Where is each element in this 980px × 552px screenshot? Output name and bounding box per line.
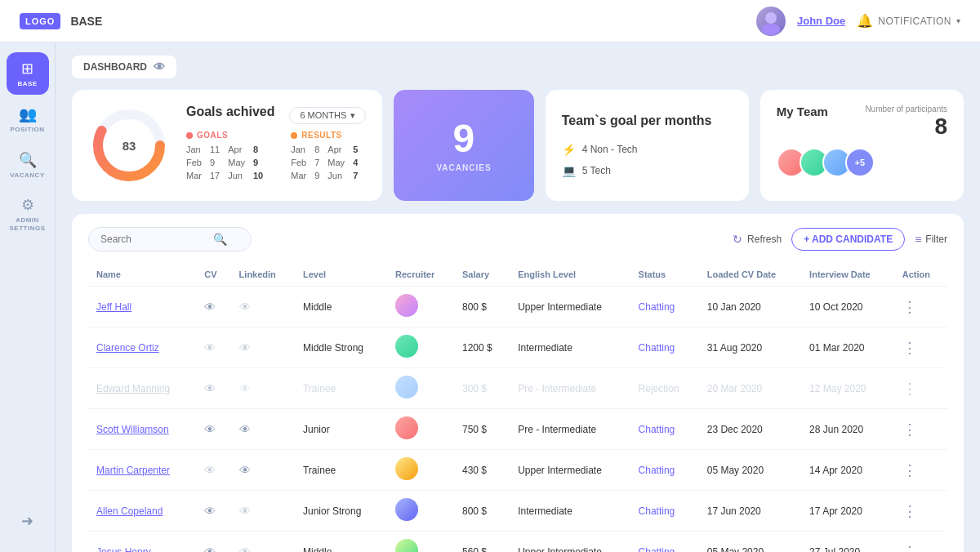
linkedin-eye-icon[interactable]: 👁 bbox=[239, 464, 251, 477]
cv-eye-dim-icon[interactable]: 👁 bbox=[204, 341, 216, 354]
table-row: Allen Copeland 👁 👁 Junior Strong 800 $ I… bbox=[88, 491, 947, 532]
logout-icon: ➜ bbox=[21, 512, 33, 530]
dashboard-tab[interactable]: DASHBOARD 👁 bbox=[72, 56, 176, 78]
action-menu-icon[interactable]: ⋮ bbox=[902, 421, 918, 438]
col-linkedin: Linkedin bbox=[231, 263, 295, 287]
cell-cv: 👁 bbox=[196, 491, 230, 532]
donut-percent: 83 bbox=[122, 139, 136, 153]
vacancy-card[interactable]: 9 VACANCIES bbox=[394, 90, 533, 201]
cell-interview-date: 27 Jul 2020 bbox=[801, 532, 894, 553]
period-button[interactable]: 6 MONTHS ▾ bbox=[289, 107, 366, 124]
cell-recruiter bbox=[387, 532, 454, 553]
cell-cv: 👁 bbox=[196, 287, 230, 327]
candidate-name-link[interactable]: Clarence Ortiz bbox=[96, 342, 159, 354]
add-candidate-button[interactable]: + ADD CANDIDATE bbox=[791, 228, 905, 251]
cell-cv: 👁 bbox=[196, 368, 230, 409]
avatar-plus: +5 bbox=[845, 148, 875, 177]
cell-recruiter bbox=[387, 368, 454, 409]
cell-action: ⋮ bbox=[894, 491, 947, 532]
sidebar-item-logout[interactable]: ➜ bbox=[7, 500, 49, 542]
candidate-name-link[interactable]: Jeff Hall bbox=[96, 301, 131, 313]
linkedin-eye-dim-icon[interactable]: 👁 bbox=[239, 545, 251, 553]
action-menu-icon[interactable]: ⋮ bbox=[902, 340, 918, 356]
candidate-name-link[interactable]: Jesus Henry bbox=[96, 546, 151, 553]
avatar bbox=[756, 7, 786, 36]
nontech-icon: ⚡ bbox=[562, 143, 576, 156]
cell-level: Middle bbox=[295, 532, 387, 553]
candidate-name-link[interactable]: Scott Williamson bbox=[96, 424, 169, 435]
col-english: English Level bbox=[510, 263, 630, 287]
cell-loaded-date: 05 May 2020 bbox=[699, 450, 801, 491]
top-nav-right: John Doe 🔔 NOTIFICATION ▾ bbox=[756, 7, 960, 36]
linkedin-eye-icon[interactable]: 👁 bbox=[239, 423, 251, 436]
tech-icon: 💻 bbox=[562, 164, 576, 177]
sidebar-item-vacancy[interactable]: 🔍 VACANCY bbox=[7, 144, 49, 186]
search-input[interactable] bbox=[100, 234, 207, 245]
nav-title: BASE bbox=[70, 15, 102, 28]
action-menu-icon[interactable]: ⋮ bbox=[902, 544, 918, 553]
cell-level: Junior Strong bbox=[295, 491, 387, 532]
user-name[interactable]: John Doe bbox=[797, 15, 845, 27]
linkedin-eye-dim-icon[interactable]: 👁 bbox=[239, 341, 251, 354]
filter-button[interactable]: ≡ Filter bbox=[915, 233, 947, 246]
linkedin-eye-dim-icon[interactable]: 👁 bbox=[239, 382, 251, 395]
cell-loaded-date: 17 Jun 2020 bbox=[699, 491, 801, 532]
goals-card: 83 Goals achived 6 MONTHS ▾ bbox=[72, 90, 382, 201]
cell-loaded-date: 31 Aug 2020 bbox=[699, 327, 801, 368]
cell-status: Chatting bbox=[630, 532, 699, 553]
cell-salary: 750 $ bbox=[454, 409, 510, 450]
table-area: 🔍 ↻ Refresh + ADD CANDIDATE ≡ Filter bbox=[72, 214, 964, 552]
refresh-label: Refresh bbox=[747, 234, 782, 245]
cv-eye-dim-icon[interactable]: 👁 bbox=[204, 464, 216, 477]
cell-status: Chatting bbox=[630, 327, 699, 368]
stats-row: 83 Goals achived 6 MONTHS ▾ bbox=[72, 90, 964, 201]
action-menu-icon[interactable]: ⋮ bbox=[902, 299, 918, 315]
search-box[interactable]: 🔍 bbox=[88, 227, 252, 252]
col-recruiter: Recruiter bbox=[387, 263, 454, 287]
linkedin-eye-dim-icon[interactable]: 👁 bbox=[239, 505, 251, 518]
cell-name: Edward Manning bbox=[88, 368, 196, 409]
sidebar-item-position[interactable]: 👥 POSITION bbox=[7, 98, 49, 140]
cell-name: Allen Copeland bbox=[88, 491, 196, 532]
results-dot bbox=[291, 132, 297, 139]
chevron-icon: ▾ bbox=[350, 110, 355, 121]
cell-name: Jeff Hall bbox=[88, 287, 196, 327]
cell-english: Upper Intermediate bbox=[510, 532, 630, 553]
cell-interview-date: 14 Apr 2020 bbox=[801, 450, 894, 491]
cell-loaded-date: 23 Dec 2020 bbox=[699, 409, 801, 450]
refresh-button[interactable]: ↻ Refresh bbox=[733, 233, 782, 246]
cell-name: Jesus Henry bbox=[88, 532, 196, 553]
action-menu-icon[interactable]: ⋮ bbox=[902, 381, 918, 397]
sidebar-item-base[interactable]: ⊞ BASE bbox=[7, 52, 49, 95]
sidebar-item-admin[interactable]: ⚙ ADMINSETTINGS bbox=[7, 189, 49, 238]
candidate-name-link[interactable]: Martin Carpenter bbox=[96, 465, 170, 476]
top-nav: LOGO BASE John Doe 🔔 NOTIFICATION ▾ bbox=[0, 0, 980, 42]
notification-area[interactable]: 🔔 NOTIFICATION ▾ bbox=[857, 13, 960, 29]
cv-eye-icon[interactable]: 👁 bbox=[204, 300, 216, 314]
cell-status: Chatting bbox=[630, 450, 699, 491]
col-salary: Salary bbox=[454, 263, 510, 287]
sidebar-label-position: POSITION bbox=[10, 126, 44, 133]
action-menu-icon[interactable]: ⋮ bbox=[902, 462, 918, 479]
cell-linkedin: 👁 bbox=[231, 450, 295, 491]
linkedin-eye-dim-icon[interactable]: 👁 bbox=[239, 300, 251, 314]
candidate-name-link[interactable]: Edward Manning bbox=[96, 383, 170, 394]
search-icon: 🔍 bbox=[213, 233, 227, 246]
cell-interview-date: 28 Jun 2020 bbox=[801, 409, 894, 450]
bell-icon: 🔔 bbox=[857, 13, 873, 29]
results-col: RESULTS Jan8Apr5 Feb7May4 Mar9Jun7 bbox=[291, 131, 366, 182]
team-goal-tech: 💻 5 Tech bbox=[562, 164, 733, 177]
cv-eye-icon[interactable]: 👁 bbox=[204, 505, 216, 518]
cell-name: Clarence Ortiz bbox=[88, 327, 196, 368]
candidate-name-link[interactable]: Allen Copeland bbox=[96, 505, 163, 517]
cell-action: ⋮ bbox=[894, 409, 947, 450]
cell-level: Middle Strong bbox=[295, 327, 387, 368]
action-menu-icon[interactable]: ⋮ bbox=[902, 503, 918, 519]
cell-recruiter bbox=[387, 287, 454, 327]
svg-point-0 bbox=[765, 12, 777, 24]
vacancy-number: 9 bbox=[453, 119, 475, 158]
cv-eye-icon[interactable]: 👁 bbox=[204, 423, 216, 436]
cv-eye-icon[interactable]: 👁 bbox=[204, 545, 216, 553]
position-icon: 👥 bbox=[19, 105, 37, 123]
cv-eye-icon[interactable]: 👁 bbox=[204, 382, 216, 395]
